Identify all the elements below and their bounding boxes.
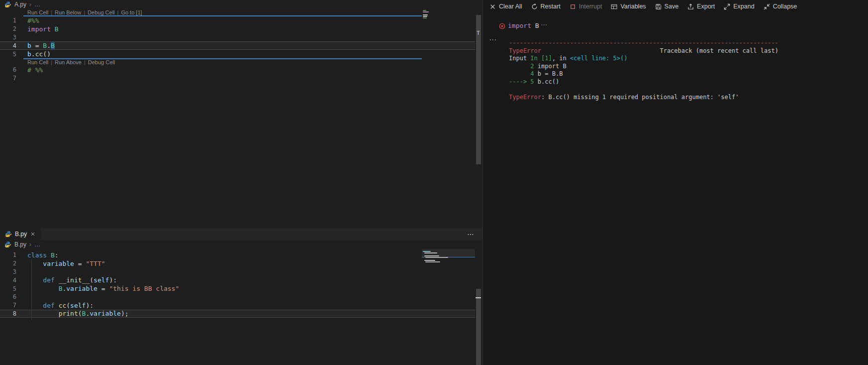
breadcrumb-symbol-b[interactable]: …	[34, 241, 40, 248]
tab-close-icon[interactable]	[30, 231, 36, 237]
code-line-3[interactable]: 3	[0, 33, 475, 42]
code-text[interactable]: import B	[27, 25, 59, 33]
restart-button[interactable]: Restart	[531, 3, 561, 10]
codelens-run-below[interactable]: Run Below	[55, 9, 81, 15]
code-text[interactable]: #%%	[27, 17, 39, 24]
token: self	[70, 302, 86, 309]
minimap-a[interactable]	[422, 9, 475, 39]
token: 4	[509, 70, 534, 77]
codelens-separator: |	[84, 59, 86, 65]
line-number[interactable]: 6	[0, 66, 16, 73]
codelens-cell1: Run Cell|Run Below|Debug Cell|Go to [1]	[0, 9, 482, 15]
code-line-5[interactable]: 5b.cc()	[0, 50, 475, 58]
line-number[interactable]: 3	[0, 34, 16, 41]
variables-button[interactable]: Variables	[610, 3, 646, 10]
token	[47, 251, 51, 259]
python-icon	[5, 231, 12, 238]
code-line-3[interactable]: 3	[0, 268, 475, 276]
collapse-button[interactable]: Collapse	[763, 3, 797, 10]
minimap-mark	[425, 261, 440, 262]
codelens-debug-cell[interactable]: Debug Cell	[88, 59, 115, 65]
codelens-debug-cell[interactable]: Debug Cell	[88, 9, 114, 15]
python-icon	[4, 1, 11, 8]
scrollbar-thumb-b[interactable]	[476, 289, 481, 365]
breadcrumb-symbol-a[interactable]: …	[34, 1, 40, 8]
line-number[interactable]: 7	[0, 75, 16, 82]
code-line-2[interactable]: 2 variable = "TTT"	[0, 259, 475, 268]
codelens-separator: |	[84, 9, 85, 15]
interrupt-icon	[569, 3, 577, 10]
codelens-run-cell[interactable]: Run Cell	[27, 59, 48, 65]
token: (	[66, 302, 70, 309]
breadcrumb-b: B.py › …	[0, 240, 482, 249]
line-number[interactable]: 5	[0, 51, 16, 58]
line-number[interactable]: 3	[0, 268, 16, 275]
code-text[interactable]: print(B.variable);	[27, 310, 129, 317]
interactive-window: Clear AllRestartInterruptVariablesSaveEx…	[482, 0, 868, 365]
code-line-6[interactable]: 6	[0, 293, 475, 301]
code-line-4[interactable]: 4b = B.B	[0, 41, 475, 50]
code-text[interactable]: def __init__(self):	[27, 276, 117, 284]
expand-button[interactable]: Expand	[723, 3, 754, 10]
tab-b-py[interactable]: B.py	[0, 228, 41, 240]
cell-more-icon[interactable]: ⋯	[541, 21, 547, 28]
codelens-run-above[interactable]: Run Above	[55, 59, 82, 65]
token: TypeError	[509, 47, 541, 54]
line-number[interactable]: 1	[0, 251, 16, 258]
line-number[interactable]: 8	[0, 310, 16, 317]
token: ):	[86, 302, 94, 309]
code-line-4[interactable]: 4 def __init__(self):	[0, 276, 475, 284]
line-number[interactable]: 7	[0, 302, 16, 309]
token: Input	[509, 55, 530, 62]
line-number[interactable]: 4	[0, 277, 16, 284]
code-text[interactable]: b.cc()	[27, 50, 51, 58]
token: In [1]	[530, 55, 552, 62]
clear-all-button[interactable]: Clear All	[489, 3, 522, 10]
save-button[interactable]: Save	[655, 3, 679, 10]
token: ----------------------------------------…	[509, 39, 778, 46]
save-icon	[655, 3, 662, 10]
code-line-7[interactable]: 7 def cc(self):	[0, 301, 475, 310]
cell-code[interactable]: import B	[508, 22, 539, 29]
minimap-b[interactable]	[422, 249, 475, 279]
token: ----> 5	[509, 78, 534, 85]
code-text[interactable]: b = B.B	[27, 42, 55, 49]
line-number[interactable]: 2	[0, 260, 16, 267]
code-text[interactable]: B.variable = "this is BB class"	[27, 285, 179, 292]
code-text[interactable]: class B:	[27, 251, 59, 259]
token	[27, 276, 43, 284]
token: def	[43, 276, 54, 284]
codelens-run-cell[interactable]: Run Cell	[27, 9, 48, 15]
line-number[interactable]: 2	[0, 25, 16, 32]
code-text[interactable]: def cc(self):	[27, 302, 94, 309]
code-text[interactable]: variable = "TTT"	[27, 260, 105, 267]
code-line-5[interactable]: 5 B.variable = "this is BB class"	[0, 284, 475, 293]
code-line-7[interactable]: 7	[0, 74, 475, 83]
line-number[interactable]: 6	[0, 293, 16, 300]
line-number[interactable]: 1	[0, 17, 16, 24]
python-icon	[4, 241, 11, 248]
export-button[interactable]: Export	[687, 3, 715, 10]
code-text[interactable]: # %%	[27, 66, 43, 74]
breadcrumb-file-a[interactable]: A.py	[14, 1, 26, 8]
token: b	[27, 42, 31, 49]
toolbar-label: Export	[697, 3, 715, 10]
token	[51, 25, 55, 33]
interrupt-button[interactable]: Interrupt	[569, 3, 602, 10]
token: b	[27, 50, 31, 58]
scrollbar-b[interactable]	[475, 249, 482, 365]
code-line-2[interactable]: 2import B	[0, 25, 475, 33]
scrollbar-thumb-a[interactable]	[476, 15, 481, 164]
code-line-1[interactable]: 1class B:	[0, 251, 475, 259]
codelens-go-to-1-[interactable]: Go to [1]	[121, 9, 142, 15]
breadcrumb-file-b[interactable]: B.py	[14, 241, 26, 248]
code-line-8[interactable]: 8 print(B.variable);	[0, 310, 475, 318]
cell-toolbar-dots-icon[interactable]: ⋯	[489, 35, 496, 44]
line-number[interactable]: 4	[0, 42, 16, 49]
code-line-6[interactable]: 6# %%	[0, 66, 475, 74]
editor-more-actions[interactable]: ⋯	[467, 230, 475, 238]
scrollbar-a[interactable]: T	[475, 9, 482, 228]
code-line-1[interactable]: 1#%%	[0, 16, 475, 25]
line-number[interactable]: 5	[0, 285, 16, 292]
token: B	[51, 42, 55, 49]
